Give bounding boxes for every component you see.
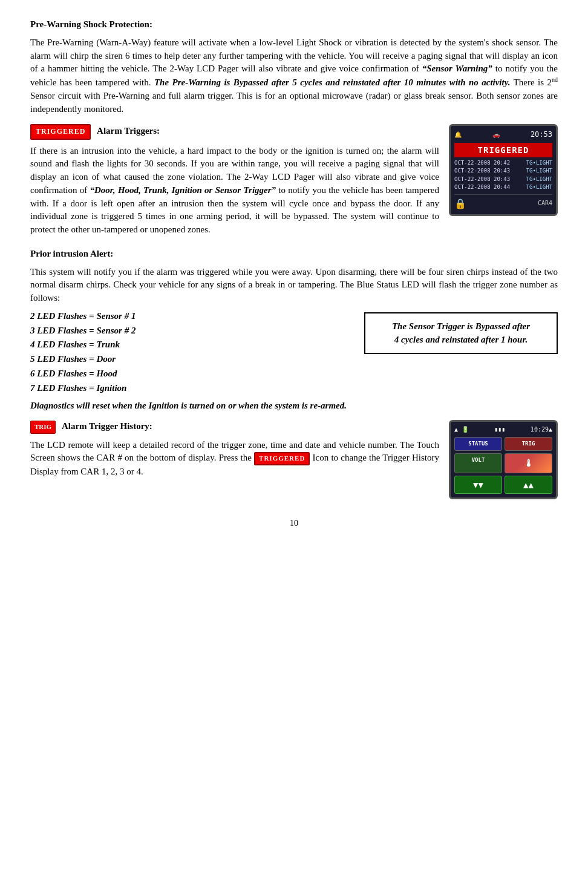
lcd-lock-icon: 🔒	[454, 197, 466, 211]
lcd-car-label: CAR4	[538, 199, 552, 208]
alarm-history-image: ▲ 🔋 ▮▮▮ 10:29▲ STATUS TRIG VOLT 🌡 ▼▼ ▲▲	[449, 420, 558, 499]
prior-intrusion-section: Prior intrusion Alert: This system will …	[30, 248, 558, 413]
alarm-triggers-image: 🔔 🚗 20:53 TRIGGERED OCT-22-2008 20:42TG∙…	[449, 124, 558, 216]
led-item-4: 5 LED Flashes = Door	[30, 353, 558, 366]
lcd-time: 20:53	[531, 130, 552, 140]
lcd2-battery-icon: ▮▮▮	[494, 425, 505, 435]
alarm-history-section: ▲ 🔋 ▮▮▮ 10:29▲ STATUS TRIG VOLT 🌡 ▼▼ ▲▲	[30, 420, 558, 499]
lcd-screen-1: 🔔 🚗 20:53 TRIGGERED OCT-22-2008 20:42TG∙…	[449, 124, 558, 216]
lcd-screen-2: ▲ 🔋 ▮▮▮ 10:29▲ STATUS TRIG VOLT 🌡 ▼▼ ▲▲	[449, 420, 558, 499]
lcd2-status-btn: STATUS	[454, 437, 502, 451]
lcd2-signal-icon: ▲ 🔋	[454, 425, 469, 435]
prior-intrusion-heading: Prior intrusion Alert:	[30, 249, 113, 258]
lcd-bell-icon: 🔔	[454, 131, 462, 140]
prior-intrusion-body: This system will notify you if the alarm…	[30, 266, 558, 305]
lcd2-nav-down: ▼▼	[454, 476, 502, 494]
lcd-triggered-banner: TRIGGERED	[454, 143, 552, 157]
alarm-triggers-section: 🔔 🚗 20:53 TRIGGERED OCT-22-2008 20:42TG∙…	[30, 124, 558, 241]
pre-warning-section: Pre-Warning Shock Protection: The Pre-Wa…	[30, 18, 558, 116]
lcd2-nav-row: ▼▼ ▲▲	[454, 476, 552, 494]
lcd2-row1: STATUS TRIG	[454, 437, 552, 451]
diagnostics-line: Diagnostics will reset when the Ignition…	[30, 399, 558, 413]
lcd-log-entries: OCT-22-2008 20:42TG∙LIGHT OCT-22-2008 20…	[454, 159, 552, 192]
lcd2-nav-up: ▲▲	[505, 476, 552, 494]
led-item-6: 7 LED Flashes = Ignition	[30, 382, 558, 395]
alarm-history-heading: Alarm Trigger History:	[62, 421, 152, 431]
trig-icon-badge: TRIG	[30, 421, 56, 434]
lcd2-volt-btn: VOLT	[454, 453, 502, 473]
alarm-triggers-heading: Alarm Triggers:	[97, 126, 160, 136]
lcd2-temp-btn: 🌡	[505, 453, 552, 473]
lcd2-trig-btn: TRIG	[505, 437, 552, 451]
pre-warning-body: The Pre-Warning (Warn-A-Way) feature wil…	[30, 36, 558, 116]
lcd-car-icon: 🚗	[492, 131, 500, 140]
lcd2-row2: VOLT 🌡	[454, 453, 552, 473]
sensor-trigger-box: The Sensor Trigger is Bypassed after 4 c…	[364, 312, 558, 354]
page-number: 10	[30, 517, 558, 530]
triggered-badge: TRIGGERED	[30, 124, 91, 139]
inline-triggered-badge: TRIGGERED	[254, 452, 310, 465]
pre-warning-heading: Pre-Warning Shock Protection:	[30, 19, 152, 29]
led-item-5: 6 LED Flashes = Hood	[30, 367, 558, 381]
lcd2-time: 10:29▲	[531, 425, 552, 435]
